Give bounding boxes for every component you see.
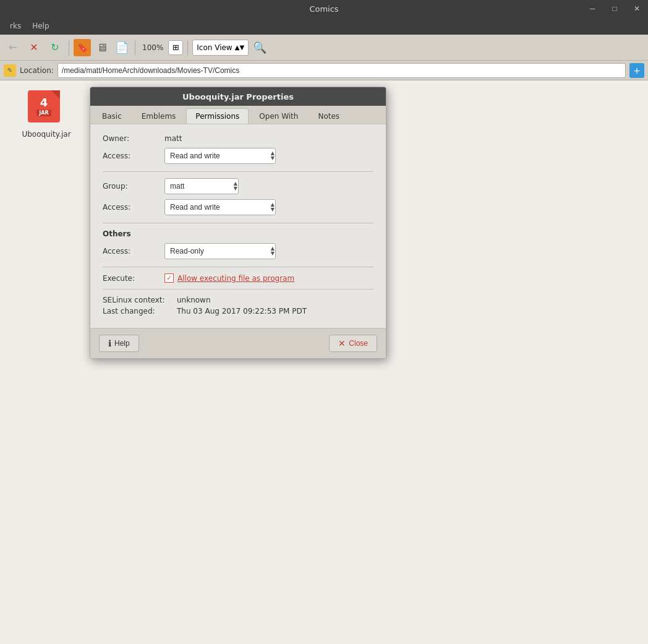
minimize-button[interactable]: ─ — [581, 0, 603, 17]
view-select-arrow: ▲▼ — [235, 44, 244, 51]
owner-access-select[interactable]: Read and write Read-only None — [164, 148, 276, 164]
location-icon: ✎ — [4, 64, 16, 77]
tab-basic[interactable]: Basic — [93, 108, 131, 124]
jar-icon-label: JAR — [36, 109, 51, 116]
toolbar: ← ✕ ↻ 🔖 🖥 📄 100% ⊞ Icon View ▲▼ 🔍 — [0, 35, 648, 61]
execute-checkbox-label[interactable]: Allow executing file as program — [177, 274, 294, 283]
locationbar: ✎ Location: + — [0, 61, 648, 80]
close-icon: ✕ — [338, 338, 346, 348]
group-select[interactable]: matt — [164, 178, 239, 194]
stop-button[interactable]: ✕ — [25, 38, 43, 57]
others-access-row: Access: Read and write Read-only None ▲ … — [103, 243, 373, 259]
divider-4 — [103, 289, 373, 290]
owner-section: Owner: matt Access: Read and write Read-… — [103, 134, 373, 164]
help-icon: ℹ — [108, 338, 111, 348]
menu-item-help[interactable]: Help — [27, 19, 54, 33]
jar-icon-number: 4 — [40, 97, 48, 108]
group-access-row: Access: Read and write Read-only None ▲ … — [103, 199, 373, 215]
divider-3 — [103, 267, 373, 267]
tab-emblems[interactable]: Emblems — [132, 108, 185, 124]
separator-1 — [69, 40, 69, 55]
window-title: Comics — [309, 4, 338, 14]
location-label: Location: — [20, 66, 54, 75]
selinux-label: SELinux context: — [103, 296, 177, 304]
execute-row: Execute: Allow executing file as program — [103, 273, 373, 283]
jar-icon-fold — [51, 90, 60, 99]
selinux-value: unknown — [177, 296, 211, 304]
dialog-footer: ℹ Help ✕ Close — [90, 328, 386, 358]
group-access-label: Access: — [103, 203, 164, 212]
files-icon: 📄 — [113, 39, 130, 56]
group-label: Group: — [103, 182, 164, 191]
owner-value: matt — [164, 134, 182, 143]
refresh-button[interactable]: ↻ — [46, 38, 64, 57]
others-section: Others Access: Read and write Read-only … — [103, 230, 373, 259]
back-button[interactable]: ← — [4, 38, 22, 57]
close-window-button[interactable]: ✕ — [626, 0, 648, 17]
window-controls: ─ □ ✕ — [581, 0, 648, 17]
last-changed-value: Thu 03 Aug 2017 09:22:53 PM PDT — [177, 307, 307, 316]
help-button-label: Help — [114, 339, 130, 348]
separator-2 — [135, 40, 135, 55]
dialog-titlebar: Ubooquity.jar Properties — [90, 87, 386, 106]
titlebar: Comics ─ □ ✕ — [0, 0, 648, 17]
group-access-select-wrapper: Read and write Read-only None ▲ ▼ — [164, 199, 276, 215]
maximize-button[interactable]: □ — [603, 0, 626, 17]
execute-checkbox[interactable] — [164, 273, 174, 283]
jar-icon: 4 JAR — [28, 90, 65, 127]
close-button-label: Close — [349, 339, 368, 348]
tab-notes[interactable]: Notes — [309, 108, 349, 124]
owner-row: Owner: matt — [103, 134, 373, 143]
execute-label: Execute: — [103, 274, 164, 283]
owner-access-select-wrapper: Read and write Read-only None ▲ ▼ — [164, 148, 276, 164]
zoom-level: 100% — [140, 43, 166, 52]
bookmark-icon: 🔖 — [74, 39, 91, 56]
owner-access-row: Access: Read and write Read-only None ▲ … — [103, 148, 373, 164]
jar-icon-body: 4 JAR — [28, 90, 60, 122]
group-select-wrapper: matt ▲ ▼ — [164, 178, 239, 194]
owner-label: Owner: — [103, 134, 164, 143]
others-header: Others — [103, 230, 373, 238]
others-access-label: Access: — [103, 247, 164, 255]
computer-icon: 🖥 — [93, 39, 111, 56]
tab-permissions[interactable]: Permissions — [186, 108, 249, 124]
add-bookmark-button[interactable]: + — [629, 63, 644, 78]
divider-2 — [103, 223, 373, 223]
execute-checkbox-row: Allow executing file as program — [164, 273, 294, 283]
tab-open-with[interactable]: Open With — [250, 108, 307, 124]
tab-bar: Basic Emblems Permissions Open With Note… — [90, 106, 386, 124]
group-row: Group: matt ▲ ▼ — [103, 178, 373, 194]
selinux-row: SELinux context: unknown — [103, 296, 373, 304]
others-access-select[interactable]: Read and write Read-only None — [164, 243, 276, 259]
separator-3 — [187, 40, 188, 55]
view-label: Icon View — [197, 43, 232, 52]
file-icon-ubooquity[interactable]: 4 JAR Ubooquity.jar — [19, 90, 74, 139]
group-section: Group: matt ▲ ▼ Access: — [103, 178, 373, 215]
owner-access-label: Access: — [103, 152, 164, 160]
menubar: rks Help — [0, 17, 648, 35]
menu-item-rks[interactable]: rks — [5, 19, 26, 33]
location-input[interactable] — [58, 63, 626, 78]
main-content: 4 JAR Ubooquity.jar Ubooquity.jar Proper… — [0, 80, 648, 644]
divider-1 — [103, 171, 373, 172]
close-button[interactable]: ✕ Close — [329, 335, 377, 352]
dialog-title: Ubooquity.jar Properties — [182, 92, 294, 101]
search-button[interactable]: 🔍 — [251, 39, 268, 56]
zoom-adjust-icon[interactable]: ⊞ — [168, 40, 183, 55]
help-button[interactable]: ℹ Help — [99, 335, 139, 352]
last-changed-row: Last changed: Thu 03 Aug 2017 09:22:53 P… — [103, 307, 373, 316]
view-select[interactable]: Icon View ▲▼ — [192, 40, 249, 56]
group-access-select[interactable]: Read and write Read-only None — [164, 199, 276, 215]
others-access-select-wrapper: Read and write Read-only None ▲ ▼ — [164, 243, 276, 259]
file-name: Ubooquity.jar — [22, 130, 70, 139]
properties-dialog: Ubooquity.jar Properties Basic Emblems P… — [90, 87, 386, 359]
last-changed-label: Last changed: — [103, 307, 177, 316]
permissions-content: Owner: matt Access: Read and write Read-… — [90, 124, 386, 328]
